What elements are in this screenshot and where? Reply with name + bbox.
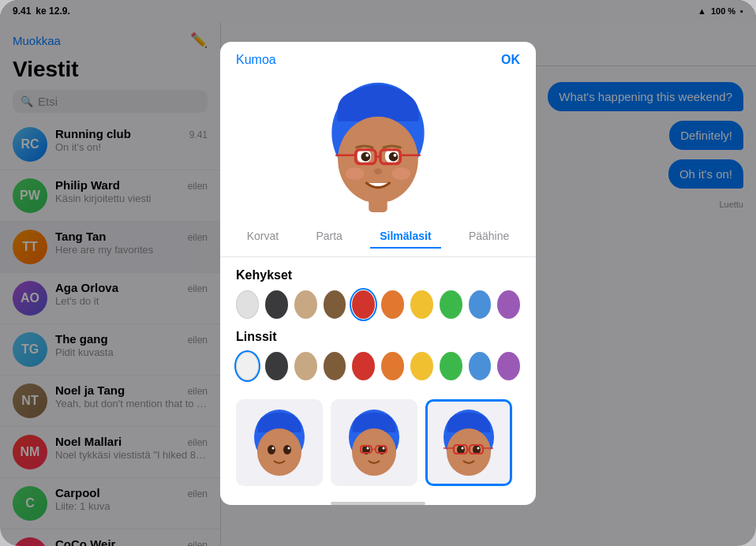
svg-point-15 xyxy=(392,167,410,180)
svg-point-20 xyxy=(283,445,291,454)
memoji-thumbnail[interactable] xyxy=(425,399,512,486)
lens-label: Linssit xyxy=(236,330,520,344)
memoji-modal: Kumoa OK xyxy=(220,42,536,505)
tab-parta[interactable]: Parta xyxy=(306,225,351,249)
tab-paahine[interactable]: Päähine xyxy=(459,225,518,249)
svg-point-27 xyxy=(367,447,369,449)
lens-color-swatch[interactable] xyxy=(440,352,462,380)
frame-color-swatch[interactable] xyxy=(294,290,317,319)
thumb-face-0 xyxy=(244,407,315,478)
thumbnail-row xyxy=(220,391,536,497)
svg-point-19 xyxy=(268,445,275,454)
memoji-face-svg xyxy=(236,75,520,214)
home-indicator xyxy=(331,502,425,505)
lens-color-swatch[interactable] xyxy=(236,352,259,380)
ipad-frame: 9.41 ke 12.9. ▲ 100 % ▪ Muokkaa ✏️ Viest… xyxy=(0,0,756,546)
svg-point-36 xyxy=(462,447,464,449)
frame-color-swatch[interactable] xyxy=(352,290,375,319)
svg-point-7 xyxy=(394,153,397,156)
modal-header: Kumoa OK xyxy=(220,42,536,67)
memoji-thumbnail[interactable] xyxy=(236,399,323,486)
lens-color-swatch[interactable] xyxy=(381,352,404,380)
lens-color-swatch[interactable] xyxy=(469,352,492,380)
svg-point-22 xyxy=(288,447,290,449)
modal-cancel-button[interactable]: Kumoa xyxy=(236,53,276,67)
thumb-face-1 xyxy=(339,407,410,478)
frame-color-swatch[interactable] xyxy=(381,290,404,319)
tab-korvat[interactable]: Korvat xyxy=(238,225,288,249)
frame-color-swatch[interactable] xyxy=(410,290,433,319)
modal-overlay: Kumoa OK xyxy=(0,0,756,546)
svg-point-13 xyxy=(374,168,382,174)
svg-point-4 xyxy=(361,151,370,161)
lens-color-swatch[interactable] xyxy=(497,352,520,380)
frames-section: Kehykset xyxy=(220,257,536,330)
svg-point-24 xyxy=(352,428,396,476)
svg-point-18 xyxy=(257,428,301,476)
frames-color-row xyxy=(236,290,520,319)
thumb-face-2 xyxy=(433,407,504,478)
tabs-row: Korvat Parta Silmälasit Päähine xyxy=(220,225,536,257)
svg-rect-16 xyxy=(369,196,387,212)
frame-color-swatch[interactable] xyxy=(497,290,520,319)
frame-color-swatch[interactable] xyxy=(440,290,462,319)
lens-color-row xyxy=(236,352,520,380)
frames-label: Kehykset xyxy=(236,268,520,282)
lens-color-swatch[interactable] xyxy=(352,352,375,380)
memoji-preview xyxy=(220,67,536,225)
svg-point-14 xyxy=(346,167,364,180)
frame-color-swatch[interactable] xyxy=(324,290,346,319)
memoji-thumbnail[interactable] xyxy=(331,399,417,486)
svg-point-37 xyxy=(477,447,480,449)
svg-point-21 xyxy=(272,447,275,449)
frame-color-swatch[interactable] xyxy=(265,290,288,319)
frame-color-swatch[interactable] xyxy=(469,290,492,319)
lens-color-swatch[interactable] xyxy=(410,352,433,380)
lens-section: Linssit xyxy=(220,330,536,391)
lens-color-swatch[interactable] xyxy=(324,352,346,380)
svg-point-28 xyxy=(383,447,385,449)
frame-color-swatch[interactable] xyxy=(236,290,259,319)
svg-point-1 xyxy=(338,116,418,203)
tab-silmalasit[interactable]: Silmälasit xyxy=(370,225,440,249)
lens-color-swatch[interactable] xyxy=(294,352,317,380)
svg-point-6 xyxy=(365,153,369,156)
lens-color-swatch[interactable] xyxy=(265,352,288,380)
modal-ok-button[interactable]: OK xyxy=(501,53,520,67)
svg-point-5 xyxy=(389,151,399,161)
